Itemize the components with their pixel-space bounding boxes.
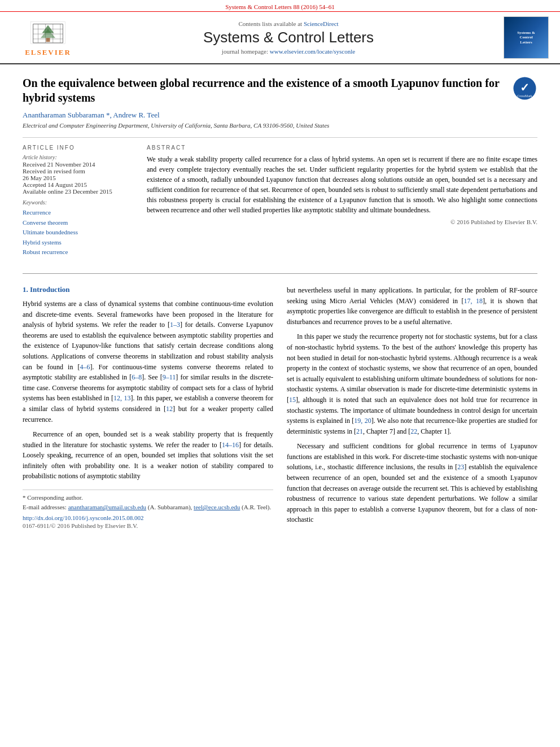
keyword-5: Robust recurrence <box>23 247 135 257</box>
keywords-heading: Keywords: <box>23 199 135 206</box>
affiliation: Electrical and Computer Engineering Depa… <box>23 122 537 129</box>
header-center: Contents lists available at ScienceDirec… <box>85 20 492 55</box>
body-divider <box>23 273 537 274</box>
body-left-col: 1. Introduction Hybrid systems are a cla… <box>23 285 273 530</box>
footnote-area: * Corresponding author. E-mail addresses… <box>23 490 273 529</box>
email-note: E-mail addresses: anantharaman@umail.ucs… <box>23 503 273 512</box>
author1-label: (A. Subbaraman), <box>148 504 193 510</box>
keyword-4: Hybrid systems <box>23 238 135 248</box>
doi-link[interactable]: http://dx.doi.org/10.1016/j.sysconle.201… <box>23 514 144 521</box>
doi-line: http://dx.doi.org/10.1016/j.sysconle.201… <box>23 514 273 521</box>
elsevier-brand-text: ELSEVIER <box>25 48 71 57</box>
issn-line: 0167-6911/© 2016 Published by Elsevier B… <box>23 522 273 529</box>
corresponding-note: * Corresponding author. <box>23 493 273 502</box>
homepage-line: journal homepage: www.elsevier.com/locat… <box>85 48 492 55</box>
body-right-col: but nevertheless useful in many applicat… <box>287 285 537 530</box>
section-label-text: Introduction <box>30 285 70 294</box>
elsevier-logo: ELSEVIER <box>11 19 85 57</box>
sciencedirect-link[interactable]: ScienceDirect <box>304 20 339 27</box>
abstract-col: Abstract We study a weak stability prope… <box>147 145 537 262</box>
history-section: Article history: Received 21 November 20… <box>23 154 135 195</box>
intro-right-text: but nevertheless useful in many applicat… <box>287 285 537 525</box>
received-date: Received 21 November 2014 <box>23 161 135 168</box>
body-columns: 1. Introduction Hybrid systems are a cla… <box>23 285 537 530</box>
journal-title: Systems & Control Letters <box>85 29 492 46</box>
keyword-3: Ultimate boundedness <box>23 228 135 238</box>
svg-text:✓: ✓ <box>520 81 530 94</box>
revised-date: 26 May 2015 <box>23 174 135 181</box>
corresponding-label: * Corresponding author. <box>23 494 83 501</box>
keywords-section: Keywords: Recurrence Converse theorem Ul… <box>23 199 135 257</box>
accepted-date: Accepted 14 August 2015 <box>23 181 135 188</box>
intro-section-title: 1. Introduction <box>23 285 273 294</box>
article-info-col: Article Info Article history: Received 2… <box>23 145 135 262</box>
svg-rect-11 <box>46 38 50 42</box>
author2-label: (A.R. Teel). <box>242 504 271 510</box>
journal-thumbnail: Systems &ControlLetters <box>504 16 549 59</box>
revised-label: Received in revised form <box>23 168 135 174</box>
article-title: On the equivalence between global recurr… <box>23 76 506 105</box>
article-info-label: Article Info <box>23 145 135 151</box>
article-content: On the equivalence between global recurr… <box>0 64 560 541</box>
email-label: E-mail addresses: <box>23 504 67 510</box>
email2-link[interactable]: teel@ece.ucsb.edu <box>194 504 240 510</box>
intro-left-text: Hybrid systems are a class of dynamical … <box>23 299 273 482</box>
svg-text:CrossMark: CrossMark <box>517 94 532 98</box>
divider-1 <box>23 137 537 138</box>
history-heading: Article history: <box>23 154 135 160</box>
journal-ref: Systems & Control Letters 88 (2016) 54–6… <box>225 3 335 10</box>
abstract-label: Abstract <box>147 145 537 151</box>
abstract-copyright: © 2016 Published by Elsevier B.V. <box>147 219 537 225</box>
authors: Anantharaman Subbaraman *, Andrew R. Tee… <box>23 111 537 120</box>
homepage-link[interactable]: www.elsevier.com/locate/sysconle <box>270 48 355 55</box>
keyword-2: Converse theorem <box>23 218 135 228</box>
contents-line: Contents lists available at ScienceDirec… <box>85 20 492 27</box>
article-title-area: On the equivalence between global recurr… <box>23 76 537 105</box>
abstract-text: We study a weak stability property calle… <box>147 154 537 215</box>
info-abstract-row: Article Info Article history: Received 2… <box>23 145 537 262</box>
section-number: 1. <box>23 285 28 294</box>
keyword-1: Recurrence <box>23 208 135 218</box>
journal-header: ELSEVIER Contents lists available at Sci… <box>0 12 560 64</box>
header-left: ELSEVIER <box>11 19 85 57</box>
available-date: Available online 23 December 2015 <box>23 188 135 195</box>
top-bar: Systems & Control Letters 88 (2016) 54–6… <box>0 0 560 12</box>
header-right: Systems &ControlLetters <box>492 16 549 59</box>
email1-link[interactable]: anantharaman@umail.ucsb.edu <box>68 504 146 510</box>
crossmark-icon: ✓ CrossMark <box>512 76 537 101</box>
elsevier-tree-icon <box>28 19 68 47</box>
